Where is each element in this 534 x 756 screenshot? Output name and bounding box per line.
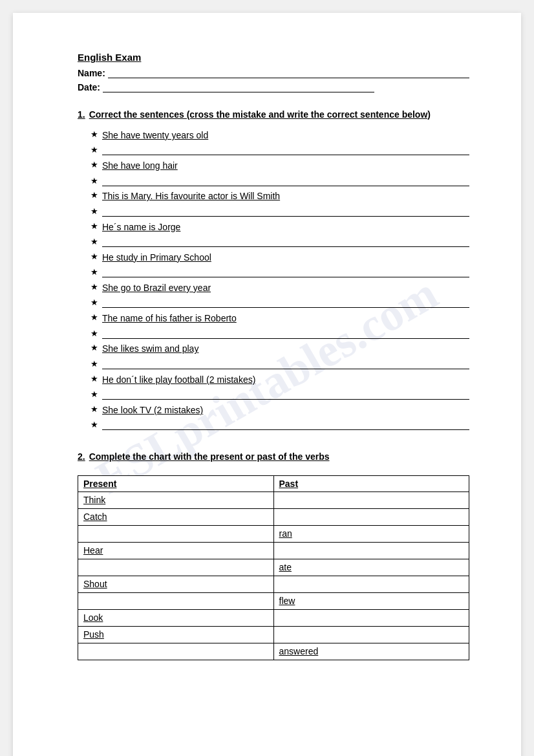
table-row: flew: [78, 592, 469, 609]
col-present-header: Present: [78, 475, 274, 491]
present-cell: Think: [78, 491, 274, 508]
table-row: Catch: [78, 508, 469, 525]
section2-instruction: Complete the chart with the present or p…: [89, 450, 330, 464]
sentence-text: She likes swim and play: [102, 341, 469, 356]
date-field: Date:: [78, 81, 469, 92]
section1-instruction: Correct the sentences (cross the mistake…: [89, 108, 431, 122]
present-cell[interactable]: [78, 525, 274, 542]
past-cell[interactable]: [273, 491, 469, 508]
list-item: ★ He don´t like play football (2 mistake…: [91, 373, 469, 387]
date-input-line[interactable]: [103, 81, 374, 92]
past-cell[interactable]: [273, 609, 469, 626]
answer-line[interactable]: [102, 358, 469, 369]
bullet-star: ★: [91, 358, 98, 371]
section-2: 2. Complete the chart with the present o…: [78, 450, 469, 660]
verb-table: Present Past Think Catch ran: [78, 475, 469, 660]
table-row: Hear: [78, 542, 469, 559]
past-cell[interactable]: [273, 542, 469, 559]
section-1: 1. Correct the sentences (cross the mist…: [78, 108, 469, 432]
bullet-star: ★: [91, 158, 98, 172]
list-item: ★: [91, 144, 469, 157]
table-row: Shout: [78, 576, 469, 592]
present-cell[interactable]: [78, 559, 274, 576]
answer-line[interactable]: [102, 296, 469, 308]
name-label: Name:: [78, 68, 105, 78]
list-item: ★ This is Mary. His favourite actor is W…: [91, 189, 469, 203]
bullet-star: ★: [91, 388, 98, 402]
present-cell: Catch: [78, 508, 274, 525]
list-item: ★: [91, 296, 469, 310]
bullet-star: ★: [91, 266, 98, 279]
table-row: Look: [78, 609, 469, 626]
col-past-header: Past: [273, 475, 469, 491]
sentence-text: She look TV (2 mistakes): [102, 403, 469, 417]
past-cell: ate: [273, 559, 469, 576]
list-item: ★ He study in Primary School: [91, 250, 469, 265]
answer-line[interactable]: [102, 235, 469, 247]
bullet-star: ★: [91, 296, 98, 310]
present-cell[interactable]: [78, 592, 274, 609]
date-label: Date:: [78, 82, 100, 92]
list-item: ★ The name of his father is Roberto: [91, 311, 469, 325]
past-cell[interactable]: [273, 508, 469, 525]
answer-line[interactable]: [102, 327, 469, 339]
table-row: answered: [78, 643, 469, 660]
list-item: ★ She likes swim and play: [91, 341, 469, 356]
answer-line[interactable]: [102, 205, 469, 217]
present-cell: Shout: [78, 576, 274, 592]
past-cell: answered: [273, 643, 469, 660]
answer-line[interactable]: [102, 144, 469, 155]
past-cell: ran: [273, 525, 469, 542]
bullet-star: ★: [91, 235, 98, 249]
bullet-star: ★: [91, 403, 98, 416]
bullet-star: ★: [91, 175, 98, 188]
answer-line[interactable]: [102, 266, 469, 277]
list-item: ★ She have twenty years old: [91, 128, 469, 142]
list-item: ★ She look TV (2 mistakes): [91, 403, 469, 417]
bullet-star: ★: [91, 311, 98, 325]
list-item: ★: [91, 205, 469, 219]
past-cell: flew: [273, 592, 469, 609]
sentence-text: The name of his father is Roberto: [102, 311, 469, 325]
bullet-star: ★: [91, 220, 98, 233]
section2-number: 2.: [78, 450, 85, 464]
list-item: ★: [91, 327, 469, 341]
bullet-star: ★: [91, 128, 98, 142]
list-item: ★ She have long hair: [91, 158, 469, 173]
exam-page: ESLprintables.com English Exam Name: Dat…: [13, 13, 521, 756]
table-row: ate: [78, 559, 469, 576]
bullet-star: ★: [91, 205, 98, 219]
sentence-text: She have twenty years old: [102, 128, 469, 142]
sentence-text: He don´t like play football (2 mistakes): [102, 373, 469, 387]
name-input-line[interactable]: [108, 67, 469, 78]
table-row: ran: [78, 525, 469, 542]
bullet-star: ★: [91, 189, 98, 202]
answer-line[interactable]: [102, 388, 469, 400]
list-item: ★: [91, 388, 469, 402]
bullet-star: ★: [91, 327, 98, 341]
present-cell[interactable]: [78, 643, 274, 660]
bullet-star: ★: [91, 144, 98, 157]
table-row: Think: [78, 491, 469, 508]
list-item: ★ He´s name is Jorge: [91, 220, 469, 234]
sentence-text: He´s name is Jorge: [102, 220, 469, 234]
past-cell[interactable]: [273, 626, 469, 643]
bullet-star: ★: [91, 418, 98, 432]
sentence-text: He study in Primary School: [102, 250, 469, 265]
sentence-text: She go to Brazil every year: [102, 281, 469, 295]
list-item: ★: [91, 266, 469, 279]
bullet-star: ★: [91, 341, 98, 355]
present-cell: Look: [78, 609, 274, 626]
list-item: ★: [91, 235, 469, 249]
section1-number: 1.: [78, 108, 85, 122]
present-cell: Hear: [78, 542, 274, 559]
past-cell[interactable]: [273, 576, 469, 592]
bullet-star: ★: [91, 373, 98, 386]
answer-line[interactable]: [102, 418, 469, 430]
table-row: Push: [78, 626, 469, 643]
present-cell: Push: [78, 626, 274, 643]
answer-line[interactable]: [102, 175, 469, 186]
sentence-text: This is Mary. His favourite actor is Wil…: [102, 189, 469, 203]
list-item: ★ She go to Brazil every year: [91, 281, 469, 295]
bullet-star: ★: [91, 281, 98, 294]
